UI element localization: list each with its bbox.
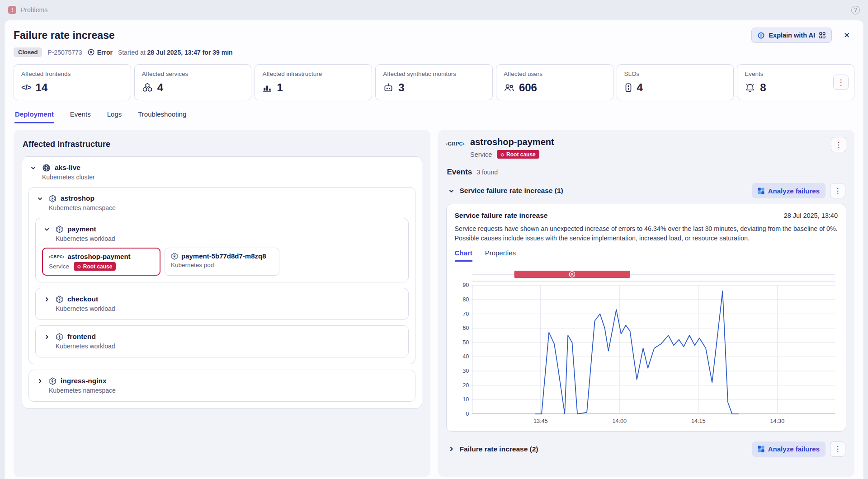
entity-kebab-menu[interactable]: ⋮: [831, 137, 846, 152]
svg-text:20: 20: [462, 382, 469, 389]
stat-label: Affected users: [504, 70, 606, 77]
tab-deployment[interactable]: Deployment: [14, 108, 54, 123]
severity: Error: [88, 49, 113, 56]
kubernetes-cluster-icon: [42, 164, 51, 172]
chevron-down-icon[interactable]: [447, 186, 456, 195]
ai-circle-icon: [758, 32, 764, 39]
infrastructure-heading: Affected infrastructure: [23, 140, 421, 149]
severity-label: Error: [97, 49, 113, 56]
events-heading-row: Events 3 found: [447, 168, 846, 177]
event-group-service-failure-rate: Service failure rate increase (1) Analyz…: [446, 180, 847, 201]
svg-text:30: 30: [462, 368, 469, 374]
events-count: 3 found: [476, 169, 498, 176]
stat-value: 1: [277, 81, 283, 94]
node-name: payment-5b77d8d7-m8zq8: [181, 252, 266, 260]
event-timestamp: 28 Jul 2025, 13:40: [784, 212, 838, 219]
tree-node-astroshop: astroshop Kubernetes namespace: [28, 187, 415, 364]
events-card-kebab-menu[interactable]: ⋮: [833, 75, 849, 90]
stat-card-synthetic-monitors[interactable]: Affected synthetic monitors 3: [375, 64, 493, 100]
svg-text:10: 10: [462, 396, 469, 403]
chevron-right-icon[interactable]: [447, 445, 456, 454]
explain-ai-label: Explain with AI: [769, 32, 815, 39]
svg-text:0: 0: [466, 411, 469, 417]
tree-node-checkout[interactable]: checkout Kubernetes workload: [35, 288, 409, 320]
apps-grid-icon: [819, 32, 826, 38]
page-title: Failure rate increase: [14, 29, 115, 42]
svg-text:13:45: 13:45: [533, 418, 547, 424]
robot-icon: [383, 83, 394, 93]
tab-events[interactable]: Events: [70, 108, 91, 123]
chevron-right-icon[interactable]: [42, 295, 51, 304]
chevron-down-icon[interactable]: [28, 163, 38, 172]
stat-label: SLOs: [624, 70, 726, 77]
close-icon[interactable]: ✕: [839, 28, 854, 43]
node-type: Kubernetes workload: [56, 343, 402, 350]
node-name: astroshop-payment: [67, 253, 130, 260]
stat-card-events[interactable]: Events 8 ⋮: [737, 64, 854, 100]
node-type: Kubernetes workload: [56, 305, 402, 312]
kubernetes-pod-icon: [171, 253, 178, 260]
tab-chart[interactable]: Chart: [455, 249, 472, 262]
infrastructure-icon: [262, 83, 272, 93]
entity-detail-panel: GRPC astroshop-payment Service ◇ Root ca…: [438, 130, 855, 477]
stat-card-slos[interactable]: SLOs 4: [617, 64, 734, 100]
event-group-kebab-menu[interactable]: ⋮: [830, 183, 845, 198]
tree-node-frontend[interactable]: frontend Kubernetes workload: [35, 325, 409, 357]
failure-rate-chart[interactable]: 010203040506070809013:4514:0014:1514:30: [455, 269, 838, 427]
stat-card-frontends[interactable]: Affected frontends </> 14: [14, 64, 131, 100]
event-title: Service failure rate increase: [455, 211, 548, 220]
main-tabs: Deployment Events Logs Troubleshooting: [14, 108, 854, 123]
event-description: Service requests have shown an unexpecte…: [455, 224, 838, 244]
stat-label: Affected services: [142, 70, 244, 77]
root-cause-label: Root cause: [83, 263, 113, 270]
explain-with-ai-button[interactable]: Explain with AI: [751, 28, 832, 43]
chevron-down-icon[interactable]: [42, 225, 51, 234]
stat-card-infrastructure[interactable]: Affected infrastructure 1: [255, 64, 372, 100]
problem-status-row: Closed P-25075773 Error Started at 28 Ju…: [14, 47, 854, 57]
tree-leaf-astroshop-payment[interactable]: GRPC astroshop-payment Service ◇ Root ca…: [42, 248, 160, 276]
stat-card-users[interactable]: Affected users 606: [496, 64, 613, 100]
chevron-right-icon[interactable]: [42, 332, 51, 341]
entity-type: Service: [470, 151, 492, 158]
svg-text:14:15: 14:15: [691, 418, 706, 424]
users-icon: [504, 83, 514, 93]
event-group-title[interactable]: Failure rate increase (2): [460, 445, 538, 453]
tree-node-astroshop-header[interactable]: astroshop Kubernetes namespace: [35, 193, 409, 212]
stat-label: Affected frontends: [21, 70, 123, 77]
root-cause-label: Root cause: [506, 151, 536, 158]
kubernetes-workload-icon: [56, 296, 63, 303]
tab-troubleshooting[interactable]: Troubleshooting: [137, 108, 187, 123]
tree-node-payment-header[interactable]: payment Kubernetes workload: [42, 224, 402, 243]
node-name: astroshop: [61, 194, 94, 202]
node-name: aks-live: [55, 164, 80, 172]
tree-leaf-payment-pod[interactable]: payment-5b77d8d7-m8zq8 Kubernetes pod: [165, 248, 279, 276]
stat-label: Events: [745, 70, 847, 77]
stat-card-services[interactable]: Affected services 4: [134, 64, 252, 100]
tree-node-ingress-nginx[interactable]: ingress-nginx Kubernetes namespace: [28, 370, 415, 402]
root-cause-badge: ◇ Root cause: [497, 150, 539, 159]
tab-logs[interactable]: Logs: [107, 108, 123, 123]
stat-value: 14: [36, 81, 48, 94]
svg-text:80: 80: [462, 296, 469, 303]
app-title: Problems: [21, 6, 47, 14]
started-prefix: Started at: [118, 49, 146, 56]
services-icon: [142, 83, 153, 93]
svg-text:70: 70: [462, 310, 469, 317]
tree-node-aks-live-header[interactable]: aks-live Kubernetes cluster: [28, 162, 415, 182]
analyze-failures-button[interactable]: Analyze failures: [752, 183, 826, 198]
event-card: Service failure rate increase 28 Jul 202…: [446, 204, 847, 432]
event-group-kebab-menu[interactable]: ⋮: [830, 441, 845, 457]
node-type: Kubernetes workload: [56, 235, 402, 242]
node-name: ingress-nginx: [61, 377, 107, 385]
stat-value: 606: [519, 81, 537, 94]
event-group-title[interactable]: Service failure rate increase (1): [460, 187, 563, 195]
chevron-down-icon[interactable]: [35, 194, 44, 203]
help-icon[interactable]: ?: [851, 6, 860, 14]
chevron-right-icon[interactable]: [35, 376, 44, 385]
tab-properties[interactable]: Properties: [485, 249, 516, 262]
analyze-failures-button[interactable]: Analyze failures: [752, 441, 826, 457]
stat-value: 4: [637, 81, 643, 94]
grpc-icon: GRPC: [49, 254, 64, 259]
stat-label: Affected infrastructure: [262, 70, 364, 77]
started-value: 28 Jul 2025, 13:47 for 39 min: [147, 49, 232, 56]
